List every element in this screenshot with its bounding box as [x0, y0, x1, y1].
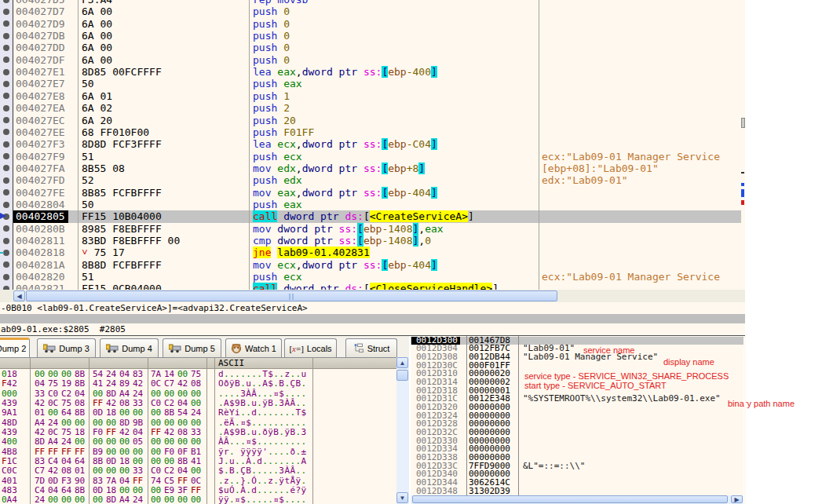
disasm-row[interactable]: 004027D96A 00push 0: [0, 18, 745, 30]
breakpoint-dot[interactable]: [3, 238, 9, 244]
breakpoint-dot[interactable]: [3, 0, 9, 3]
disasm-row[interactable]: 0040280450push eax: [0, 199, 745, 210]
breakpoint-dot[interactable]: [3, 105, 9, 111]
disasm-row[interactable]: 00402818˅ 75 17jne lab09-01.402831: [0, 247, 745, 258]
column-divider: [78, 0, 79, 290]
tab-watch-1[interactable]: Watch 1: [225, 338, 282, 357]
stack-row[interactable]: 0012D32C00000000: [411, 429, 743, 437]
ascii-char: À: [218, 436, 224, 447]
breakpoint-dot[interactable]: [3, 165, 9, 171]
scroll-down-arrow[interactable]: ▼: [396, 492, 408, 503]
tab-dump-4[interactable]: Dump 4: [100, 338, 159, 357]
breakpoint-dot[interactable]: [3, 189, 9, 195]
breakpoint-dot[interactable]: [3, 20, 9, 27]
disasm-row[interactable]: 004027EC6A 20push 20: [0, 115, 745, 126]
stack-row[interactable]: 0012D33C7FFD9000&L"=::=::\\": [411, 462, 743, 471]
disasm-row[interactable]: 004027DF6A 00push 0: [0, 54, 745, 66]
instruction-address: 004027EE: [16, 126, 65, 138]
hex-byte: 0D: [93, 408, 103, 418]
disasm-row[interactable]: 004027D76A 00push 0: [0, 5, 745, 17]
asm-token: ebp: [388, 66, 406, 78]
disasm-row[interactable]: 004027E86A 01push 1: [0, 90, 745, 102]
breakpoint-dot[interactable]: [3, 9, 9, 15]
stack-row[interactable]: 0012D32000000000: [411, 404, 743, 412]
dump-vscrollbar[interactable]: ▲ ▼: [396, 357, 409, 504]
vscroll-thumb[interactable]: [741, 118, 745, 128]
disasm-vscrollbar[interactable]: [741, 0, 745, 290]
instruction-text: push ecx: [253, 151, 302, 163]
jump-origin-mark: [0, 252, 4, 254]
stack-row[interactable]: 0012D32800000000: [411, 420, 743, 429]
hscroll-thumb[interactable]: [412, 495, 728, 503]
tab-dump-5[interactable]: Dump 5: [163, 338, 221, 357]
breakpoint-dot[interactable]: [3, 250, 9, 256]
breakpoint-dot[interactable]: [3, 141, 9, 148]
scroll-up-arrow[interactable]: ▲: [396, 357, 408, 368]
tab-dump-3[interactable]: Dump 3: [37, 338, 96, 357]
breakpoint-dot[interactable]: [3, 57, 9, 63]
stack-row[interactable]: 0012D34831302D39: [411, 488, 743, 496]
tab-locals[interactable]: [x=]Locals: [284, 338, 337, 357]
stack-row[interactable]: 0012D32400000000: [411, 412, 743, 421]
disasm-row[interactable]: 004027D5F3:A4rep movsb: [0, 0, 745, 5]
breakpoint-dot[interactable]: [3, 69, 9, 75]
disasm-hscrollbar[interactable]: ◀: [0, 290, 745, 302]
disasm-row[interactable]: 004027E750push eax: [0, 78, 745, 89]
breakpoint-dot[interactable]: [3, 177, 9, 184]
disasm-row[interactable]: 0040281A8B8D FCFBFFFFmov ecx,dword ptr s…: [0, 259, 745, 271]
breakpoint-dot[interactable]: [3, 45, 9, 51]
disasm-row[interactable]: 004027FD52push edxedx:"Lab09-01": [0, 174, 745, 186]
tab-dump-2[interactable]: Dump 2: [0, 338, 30, 357]
breakpoint-dot[interactable]: [3, 33, 9, 39]
breakpoint-dot[interactable]: [3, 81, 9, 87]
disasm-row[interactable]: 0040280B8985 F8EBFFFFmov dword ptr ss:[e…: [0, 223, 745, 235]
disasm-row[interactable]: 0040281183BD F8EBFFFF 00cmp dword ptr ss…: [0, 235, 745, 247]
hex-byte: 08: [61, 466, 71, 476]
breakpoint-dot[interactable]: [3, 93, 9, 99]
asm-token: -C04: [407, 138, 431, 150]
disasm-row[interactable]: 004027EA6A 02push 2: [0, 102, 745, 114]
breakpoint-dot[interactable]: [3, 153, 9, 159]
stack-row[interactable]: 0012D33000000000: [411, 437, 743, 446]
breakpoint-dot[interactable]: [3, 274, 9, 280]
hex-dump-row[interactable]: C 0CC742080100000033C0C20400$.B.ÇB.....3…: [0, 466, 396, 476]
hex-byte: 00: [119, 466, 130, 476]
disasm-row[interactable]: 0040282051push ecxecx:"Lab09-01 Manager …: [0, 271, 745, 283]
breakpoint-dot[interactable]: [3, 225, 9, 232]
disasm-row[interactable]: 004027F38D8D FCF3FFFFlea ecx,dword ptr s…: [0, 138, 745, 150]
hex-dump-row[interactable]: F 420475198B412489420CC74208OðÿB.u..A$.B…: [0, 379, 396, 389]
stack-row[interactable]: 0012D300001467D8: [411, 337, 743, 345]
disasm-row[interactable]: 004027FA8B55 08mov edx,dword ptr ss:[ebp…: [0, 163, 745, 174]
disasm-row[interactable]: 004027FE8B85 FCFBFFFFmov eax,dword ptr s…: [0, 187, 745, 199]
hex-dump-row[interactable]: 0 A424000000008DA42400000000ÿÿ.¤$.....¤$…: [0, 495, 396, 504]
vscroll-thumb[interactable]: [396, 370, 408, 381]
breakpoint-dot[interactable]: [3, 202, 9, 208]
instruction-text: rep movsb: [253, 0, 308, 5]
asm-token: ]: [468, 210, 474, 222]
scroll-left-arrow[interactable]: ◀: [13, 290, 25, 301]
hex-byte: 00: [93, 495, 103, 504]
tab-struct[interactable]: Struct: [345, 338, 397, 357]
hscroll-thumb[interactable]: [26, 290, 557, 301]
disasm-row[interactable]: 00402805FF15 10B04000call dword ptr ds:[…: [0, 210, 745, 222]
disasm-row[interactable]: 004027DD6A 00push 0: [0, 42, 745, 53]
stack-row[interactable]: 0012D31C0012E348"%SYSTEMROOT%\\system32\…: [411, 395, 743, 404]
hex-byte: 8D: [106, 495, 116, 504]
disasm-row[interactable]: 004027F951push ecxecx:"Lab09-01 Manager …: [0, 151, 745, 163]
disasm-row[interactable]: 004027EE68 FF010F00push F01FF: [0, 126, 745, 138]
disasm-row[interactable]: 004027E18D85 00FCFFFFlea eax,dword ptr s…: [0, 66, 745, 78]
scroll-right-arrow[interactable]: ▶: [731, 495, 743, 503]
breakpoint-dot[interactable]: [3, 117, 9, 123]
stack-row[interactable]: 0012D33400000000: [411, 445, 743, 454]
pane-splitter[interactable]: [0, 314, 745, 323]
stack-row[interactable]: 0012D34000000000: [411, 470, 743, 479]
hex-dump-row[interactable]: 9 A10100648B0D180000008B5424RèYi..d.....…: [0, 408, 396, 418]
breakpoint-dot[interactable]: [3, 129, 9, 135]
instruction-bytes: 6A 00: [82, 42, 112, 53]
instruction-address: 0040281A: [16, 259, 65, 271]
hex-dump-row[interactable]: 4 008DA424000000000500000000ÀÂ...¤$.....…: [0, 437, 396, 447]
disasm-row[interactable]: 004027DB6A 00push 0: [0, 30, 745, 42]
breakpoint-dot[interactable]: [3, 261, 9, 268]
stack-row[interactable]: 0012D3443062614C: [411, 479, 743, 488]
stack-hscrollbar[interactable]: ▶: [411, 495, 743, 504]
